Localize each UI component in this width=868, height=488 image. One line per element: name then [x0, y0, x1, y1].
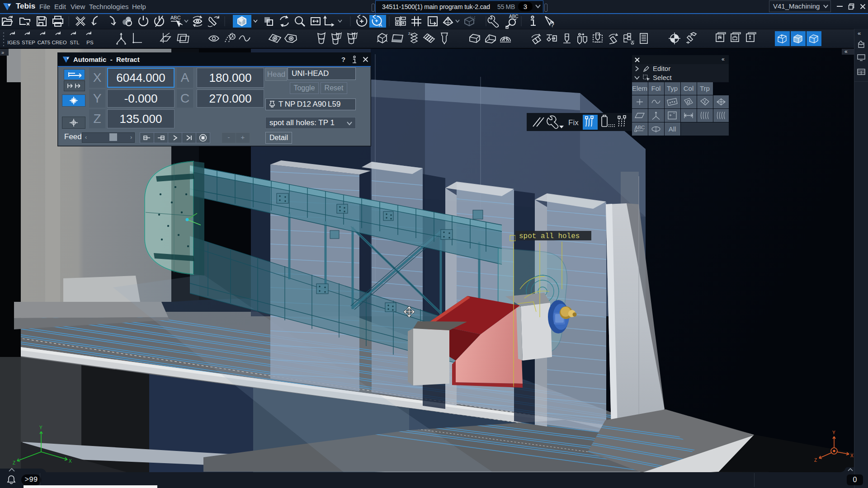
svg-text:X: X	[850, 453, 854, 458]
svg-text:ABC: ABC	[635, 125, 645, 130]
svg-text:Z: Z	[814, 458, 817, 463]
svg-text:?: ?	[551, 21, 554, 28]
svg-text:Elem: Elem	[632, 84, 647, 92]
svg-text:«: «	[844, 49, 848, 55]
svg-text:All: All	[669, 125, 676, 133]
svg-text:Fol: Fol	[651, 84, 661, 92]
svg-text:CREO: CREO	[52, 40, 66, 45]
svg-text:Trp: Trp	[700, 84, 710, 92]
svg-text:Z: Z	[13, 460, 15, 465]
svg-text:ABC: ABC	[509, 14, 519, 19]
svg-text:STEP: STEP	[22, 40, 35, 45]
svg-text:Fix: Fix	[568, 118, 579, 127]
svg-text:ABC: ABC	[170, 15, 181, 20]
svg-text:Y: Y	[832, 430, 835, 435]
svg-text:Col: Col	[684, 84, 694, 92]
svg-text:spot all holes: spot all holes	[519, 232, 580, 240]
svg-text:A: A	[379, 22, 382, 28]
svg-text:»: »	[1, 50, 4, 55]
svg-text:IGES: IGES	[7, 40, 20, 45]
svg-text:X: X	[69, 459, 72, 464]
svg-text:Typ: Typ	[667, 84, 678, 92]
svg-text:z=: z=	[408, 31, 413, 36]
svg-text:Y: Y	[39, 425, 42, 430]
svg-text:STL: STL	[70, 40, 80, 45]
svg-text:CAT5: CAT5	[38, 40, 51, 45]
svg-text:PS: PS	[86, 40, 94, 45]
